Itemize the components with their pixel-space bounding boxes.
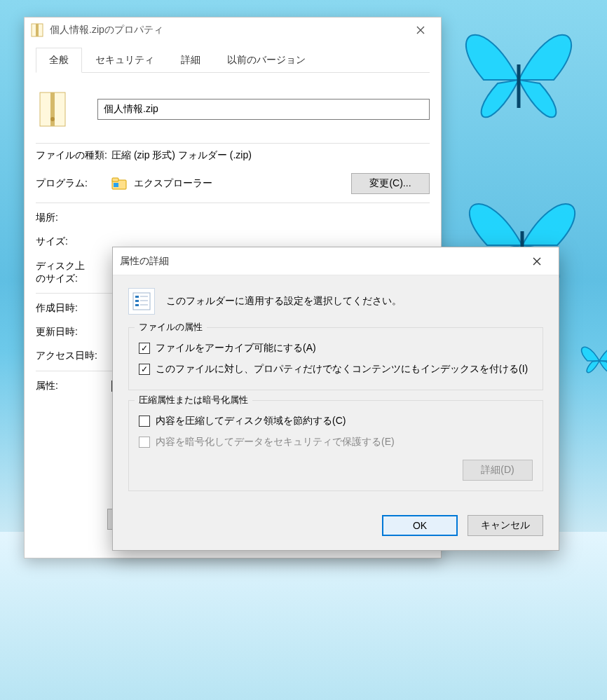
label-compress: 内容を圧縮してディスク領域を節約する(C) (156, 415, 346, 427)
label-accessed: アクセス日時: (36, 350, 111, 362)
checkbox-index[interactable] (139, 364, 150, 375)
svg-point-6 (50, 117, 55, 121)
label-created: 作成日時: (36, 302, 111, 315)
svg-rect-9 (114, 183, 118, 187)
tab-general[interactable]: 全般 (36, 48, 82, 73)
tab-security[interactable]: セキュリティ (82, 48, 168, 73)
change-program-button[interactable]: 変更(C)... (351, 173, 430, 194)
filename-input[interactable] (97, 99, 430, 120)
tab-strip: 全般 セキュリティ 詳細 以前のバージョン (36, 47, 430, 73)
label-index: このファイルに対し、プロパティだけでなくコンテンツにもインデックスを付ける(I) (156, 363, 528, 376)
dialog-footer: OK キャンセル (113, 504, 559, 550)
value-opens-with: エクスプローラー (134, 177, 212, 190)
checkbox-encrypt (139, 437, 150, 448)
details-button: 詳細(D) (463, 460, 533, 481)
svg-rect-11 (135, 296, 139, 298)
zip-file-icon (30, 23, 44, 37)
label-size-on-disk: ディスク上 のサイズ: (36, 259, 111, 284)
advanced-attributes-dialog: 属性の詳細 このフォルダーに適用する設定を選択してください。 ファイルの属性 フ… (112, 247, 559, 551)
tab-details[interactable]: 詳細 (168, 48, 214, 73)
svg-rect-8 (112, 178, 118, 181)
instruction-text: このフォルダーに適用する設定を選択してください。 (166, 295, 402, 308)
label-opens-with: プログラム: (36, 177, 111, 190)
svg-rect-3 (36, 24, 39, 36)
svg-rect-12 (135, 300, 139, 302)
ok-button[interactable]: OK (382, 515, 458, 536)
label-location: 場所: (36, 212, 111, 224)
label-archive: ファイルをアーカイブ可能にする(A) (156, 342, 316, 355)
checkbox-archive[interactable] (139, 343, 150, 354)
explorer-icon (111, 177, 127, 191)
group-title: 圧縮属性または暗号化属性 (135, 394, 252, 406)
value-file-type: 圧縮 (zip 形式) フォルダー (.zip) (111, 149, 252, 162)
close-button[interactable] (522, 252, 552, 271)
svg-rect-13 (135, 304, 139, 306)
label-attributes: 属性: (36, 380, 111, 392)
close-button[interactable] (406, 20, 435, 40)
label-size: サイズ: (36, 235, 111, 248)
group-title: ファイルの属性 (135, 321, 207, 334)
butterfly-icon (442, 3, 596, 157)
group-file-attributes: ファイルの属性 ファイルをアーカイブ可能にする(A) このファイルに対し、プロパ… (128, 327, 543, 390)
tab-previous-versions[interactable]: 以前のバージョン (214, 48, 319, 73)
group-compress-encrypt: 圧縮属性または暗号化属性 内容を圧縮してディスク領域を節約する(C) 内容を暗号… (128, 400, 543, 491)
label-encrypt: 内容を暗号化してデータをセキュリティで保護する(E) (156, 436, 395, 448)
properties-sheet-icon (128, 288, 155, 315)
cancel-button[interactable]: キャンセル (468, 515, 543, 536)
label-modified: 更新日時: (36, 326, 111, 338)
label-file-type: ファイルの種類: (36, 149, 111, 162)
titlebar[interactable]: 属性の詳細 (113, 247, 559, 275)
butterfly-icon (575, 336, 607, 385)
window-title: 個人情報.zipのプロパティ (50, 24, 406, 36)
checkbox-compress[interactable] (139, 416, 150, 427)
zip-file-icon (36, 90, 69, 129)
window-title: 属性の詳細 (120, 255, 522, 268)
titlebar[interactable]: 個人情報.zipのプロパティ (25, 18, 441, 43)
